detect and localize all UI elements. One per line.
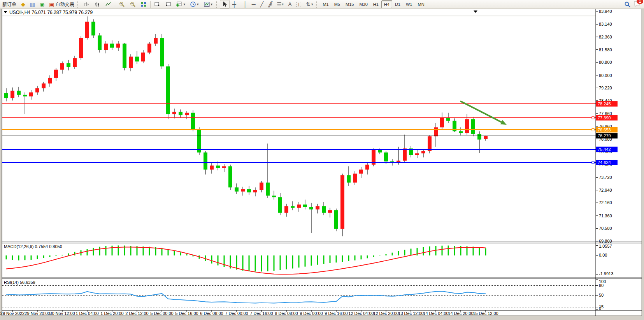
signal-button[interactable]: ◉	[38, 0, 46, 9]
template-button[interactable]: ▾	[202, 0, 215, 9]
svg-text:78.245: 78.245	[598, 101, 611, 106]
svg-text:79.220: 79.220	[599, 86, 612, 90]
svg-text:-1.9913: -1.9913	[599, 271, 613, 276]
new-chart-button[interactable]: ▾	[174, 0, 187, 9]
svg-text:29 Nov 2022: 29 Nov 2022	[0, 311, 25, 316]
svg-text:13 Dec 12:00: 13 Dec 12:00	[398, 311, 423, 316]
toolbar-grip[interactable]	[77, 1, 80, 8]
chevron-down-icon: ▾	[311, 2, 313, 6]
svg-text:0: 0	[599, 306, 601, 311]
label-button[interactable]: T	[294, 0, 303, 9]
svg-text:83.140: 83.140	[599, 22, 612, 26]
fibonacci-icon: ☰	[277, 2, 282, 7]
hline-button[interactable]: ─	[250, 0, 258, 9]
rsi-label: RSI(14) 56.6359	[4, 280, 35, 285]
svg-text:14 Dec 04:00: 14 Dec 04:00	[423, 311, 448, 316]
svg-text:74.634: 74.634	[598, 160, 611, 165]
timeframe-M15[interactable]: M15	[343, 0, 356, 8]
search-button[interactable]	[622, 0, 633, 9]
gold-button[interactable]: ◆	[19, 0, 27, 9]
toolbar-grip[interactable]	[316, 1, 319, 8]
svg-text:12 Dec 20:00: 12 Dec 20:00	[373, 311, 398, 316]
chart-window-icon	[154, 1, 160, 7]
cursor-icon	[222, 1, 228, 7]
timeframe-D1[interactable]: D1	[392, 0, 403, 8]
chevron-down-icon: ▾	[183, 2, 185, 6]
svg-text:73.720: 73.720	[599, 175, 612, 180]
crosshair-button[interactable]: ┼	[230, 0, 238, 9]
svg-text:77.390: 77.390	[598, 115, 611, 120]
timeframe-H1[interactable]: H1	[370, 0, 381, 8]
accounts-button[interactable]: ▥	[28, 0, 37, 9]
svg-text:50: 50	[599, 293, 604, 297]
clock-icon	[190, 1, 196, 7]
timeframe-M30[interactable]: M30	[356, 0, 370, 8]
zoom-in-icon	[119, 1, 125, 7]
svg-text:14 Dec 20:00: 14 Dec 20:00	[448, 311, 473, 316]
channel-button[interactable]: ╱╱E	[266, 0, 274, 9]
new-order-label: 新订单	[2, 1, 16, 8]
svg-text:2 Dec 12:00: 2 Dec 12:00	[125, 311, 148, 316]
svg-text:69.800: 69.800	[599, 239, 612, 243]
line-chart-button[interactable]	[103, 0, 113, 9]
zoom-out-icon	[130, 1, 136, 7]
svg-text:7 Dec 00:00: 7 Dec 00:00	[225, 311, 248, 316]
template-icon	[204, 1, 210, 7]
new-order-button[interactable]: 新订单	[0, 0, 18, 9]
svg-text:9 Dec 00:00: 9 Dec 00:00	[300, 311, 323, 316]
toolbar-grip[interactable]	[216, 1, 218, 8]
notifications-button[interactable]: 1	[633, 0, 641, 9]
timeframe-MN[interactable]: MN	[415, 0, 427, 8]
chevron-down-icon: ▾	[197, 2, 199, 6]
text-icon: A	[288, 2, 292, 7]
new-chart-icon	[176, 1, 182, 7]
svg-text:29 Nov 20:00: 29 Nov 20:00	[25, 311, 50, 316]
chart-window-button[interactable]	[152, 0, 162, 9]
text-button[interactable]: A	[286, 0, 294, 9]
cursor-button[interactable]	[220, 0, 230, 9]
timeframe-M5[interactable]: M5	[332, 0, 343, 8]
svg-text:81.580: 81.580	[599, 47, 612, 52]
svg-text:80.800: 80.800	[599, 60, 612, 65]
svg-text:5 Dec 16:00: 5 Dec 16:00	[175, 311, 198, 316]
svg-text:72.940: 72.940	[599, 188, 612, 192]
tile-windows-button[interactable]	[139, 0, 149, 9]
accounts-icon: ▥	[30, 2, 35, 7]
timeframe-group: M1M5M15M30H1H4D1W1MN	[320, 0, 427, 8]
chart-canvas[interactable]: USOil-,H4 76.071 76.287 75.979 76.279 83…	[0, 0, 644, 320]
svg-text:8 Dec 08:00: 8 Dec 08:00	[275, 311, 298, 316]
candle-chart-button[interactable]	[92, 0, 102, 9]
chart-header: USOil-,H4 76.071 76.287 75.979 76.279	[9, 10, 93, 15]
autotrade-icon: ▣	[49, 2, 54, 7]
svg-text:71.360: 71.360	[599, 213, 612, 218]
timeframe-W1[interactable]: W1	[403, 0, 415, 8]
crosshair-icon: ┼	[232, 2, 236, 7]
svg-text:1.0557: 1.0557	[599, 244, 612, 248]
svg-text:70.580: 70.580	[599, 226, 612, 231]
svg-text:83.940: 83.940	[599, 9, 612, 14]
zoom-out-button[interactable]	[128, 0, 138, 9]
gold-icon: ◆	[21, 2, 25, 7]
timeframe-M1[interactable]: M1	[320, 0, 331, 8]
chart-forward-icon	[165, 1, 171, 7]
timeframe-H4[interactable]: H4	[381, 0, 392, 8]
svg-text:80.000: 80.000	[599, 73, 612, 78]
svg-text:75.442: 75.442	[598, 147, 611, 152]
svg-text:5 Dec 00:00: 5 Dec 00:00	[150, 311, 173, 316]
period-button[interactable]: ▾	[188, 0, 201, 9]
arrows-button[interactable]: ⇅▾	[304, 0, 315, 9]
svg-text:77.660: 77.660	[599, 111, 612, 116]
vline-button[interactable]: │	[242, 0, 249, 9]
svg-text:82.360: 82.360	[599, 35, 612, 39]
chart-forward-button[interactable]	[163, 0, 173, 9]
svg-text:0.00: 0.00	[599, 253, 607, 257]
svg-text:80: 80	[599, 283, 604, 288]
svg-text:15 Dec 12:00: 15 Dec 12:00	[473, 311, 498, 316]
bar-chart-button[interactable]	[81, 0, 91, 9]
zoom-in-button[interactable]	[117, 0, 127, 9]
autotrade-button[interactable]: ▣ 自动交易	[47, 0, 76, 9]
trendline-button[interactable]: ╱	[258, 0, 265, 9]
tile-windows-icon	[140, 1, 147, 7]
fibonacci-button[interactable]: ☰F	[275, 0, 285, 9]
trendline-icon: ╱	[260, 2, 263, 7]
